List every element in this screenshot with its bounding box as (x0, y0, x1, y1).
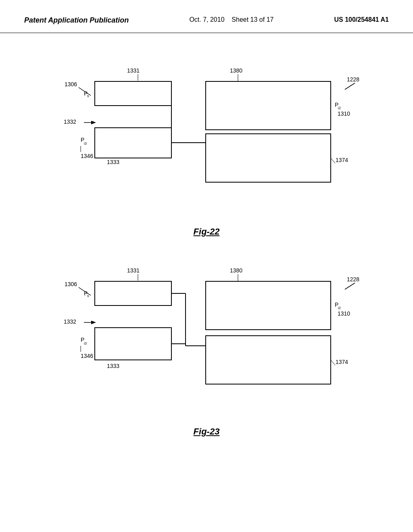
svg-text:1333: 1333 (107, 363, 119, 369)
svg-text:1374: 1374 (336, 359, 348, 365)
svg-rect-22 (206, 81, 331, 130)
svg-text:1331: 1331 (127, 267, 140, 274)
svg-line-58 (331, 360, 335, 365)
header-date: Oct. 7, 2010 (189, 16, 224, 23)
figure-23: 1306 1331 P s 1332 P i3 1346 1333 (32, 249, 381, 418)
svg-text:1332: 1332 (64, 318, 76, 325)
svg-rect-26 (206, 134, 331, 182)
svg-rect-56 (206, 336, 331, 384)
svg-text:1332: 1332 (64, 118, 76, 125)
svg-rect-43 (95, 328, 171, 360)
svg-rect-35 (95, 281, 171, 305)
main-content: 1306 1331 P s 1332 P i3 1346 1333 (0, 33, 413, 457)
header-left: Patent Application Publication (24, 16, 129, 25)
fig23-title: Fig-23 (32, 426, 381, 437)
svg-text:1310: 1310 (338, 310, 350, 317)
svg-text:s: s (87, 94, 89, 98)
fig22-title: Fig-22 (32, 227, 381, 237)
figure-22: 1306 1331 P s 1332 P i3 1346 1333 (32, 49, 381, 218)
svg-line-21 (345, 83, 355, 89)
svg-line-51 (345, 283, 355, 289)
svg-rect-52 (206, 281, 331, 330)
header-right: US 100/254841 A1 (334, 16, 389, 23)
svg-text:1374: 1374 (336, 157, 348, 163)
svg-rect-7 (95, 81, 171, 106)
svg-text:1380: 1380 (230, 67, 242, 74)
svg-text:i3: i3 (84, 341, 87, 345)
svg-text:i2: i2 (338, 306, 341, 310)
svg-line-28 (331, 158, 335, 163)
svg-text:i2: i2 (338, 106, 341, 110)
svg-text:i3: i3 (84, 141, 87, 145)
svg-text:1346: 1346 (81, 353, 93, 359)
svg-text:1310: 1310 (338, 110, 350, 117)
svg-text:1306: 1306 (65, 281, 77, 287)
svg-text:1380: 1380 (230, 267, 242, 274)
svg-text:1331: 1331 (127, 67, 140, 74)
svg-text:1306: 1306 (65, 81, 77, 87)
svg-rect-15 (95, 128, 171, 158)
header-sheet: Sheet 13 of 17 (232, 16, 273, 23)
svg-text:1228: 1228 (347, 76, 359, 83)
svg-text:s: s (87, 294, 89, 298)
svg-text:1228: 1228 (347, 276, 359, 283)
svg-text:1346: 1346 (81, 153, 93, 159)
svg-text:1333: 1333 (107, 159, 119, 165)
header-center: Oct. 7, 2010 Sheet 13 of 17 (189, 16, 273, 23)
page-header: Patent Application Publication Oct. 7, 2… (0, 0, 413, 33)
